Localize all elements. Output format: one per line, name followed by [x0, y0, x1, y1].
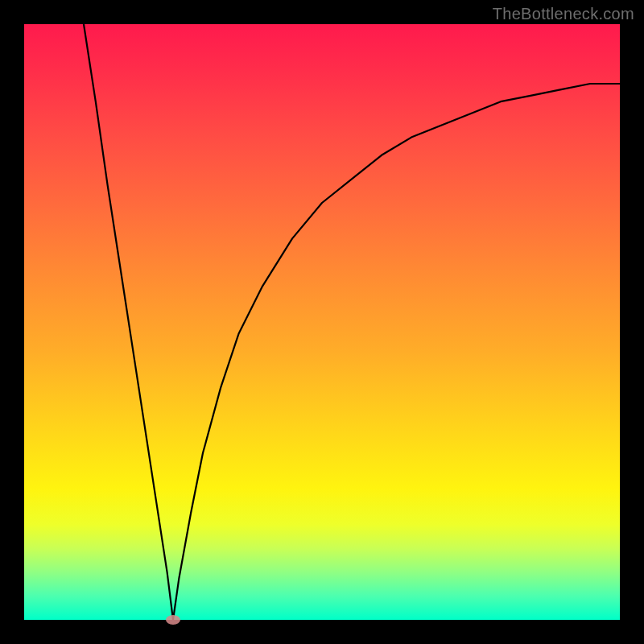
- plot-area: [24, 24, 620, 620]
- watermark-text: TheBottleneck.com: [493, 5, 634, 23]
- minimum-marker: [166, 615, 180, 625]
- chart-frame: TheBottleneck.com: [0, 0, 644, 644]
- bottleneck-curve: [24, 24, 620, 620]
